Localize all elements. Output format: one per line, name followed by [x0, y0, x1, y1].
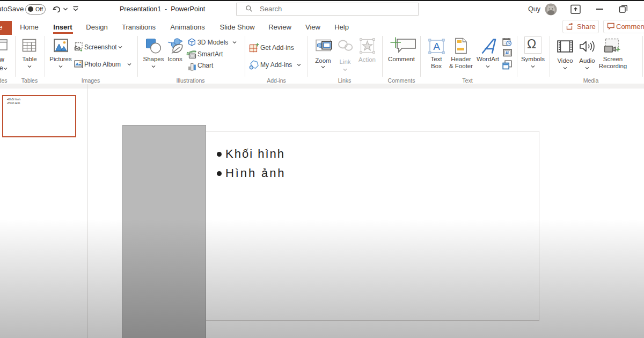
svg-text:A: A — [433, 41, 440, 52]
